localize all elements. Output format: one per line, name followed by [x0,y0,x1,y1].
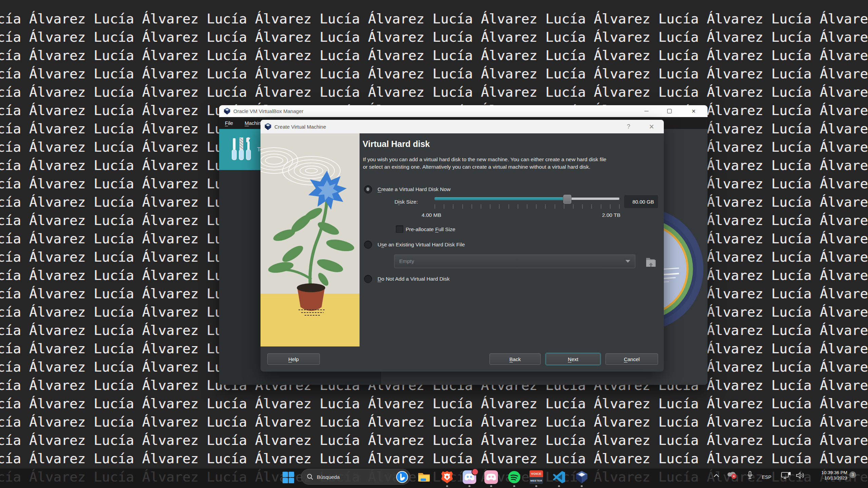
radio-existing-disk-label: Use an Existing Virtual Hard Disk File [378,242,465,248]
virtualbox-cube-icon [264,123,272,130]
folder-icon [645,256,657,268]
description-line2: or select an existing one. Alternatively… [363,164,590,170]
microphone-icon[interactable] [747,471,753,480]
discord-pink-icon[interactable] [484,470,498,484]
dialog-help-button[interactable]: ? [621,120,636,133]
running-indicator [513,485,515,487]
clock-time: 10:39:36 PM [807,470,847,475]
radio-no-disk-label: Do Not Add a Virtual Hard Disk [378,276,450,282]
running-indicator [581,485,583,487]
language-indicator[interactable]: ESP [762,474,771,480]
voicemeeter-top-label: VOICE [529,470,543,477]
clock-date: 10/13/2023 [807,475,847,481]
onedrive-error-icon[interactable]: ✕ [727,471,738,480]
disk-size-min: 4.00 MB [422,212,441,218]
running-indicator [558,485,560,487]
voicemeeter-icon[interactable]: VOICE MEETER [529,470,543,484]
running-indicator [490,485,492,487]
preallocate-checkbox[interactable] [396,225,403,233]
discord-notification-badge [471,468,479,475]
desktop: cía Álvarez Lucía Álvarez Lucía Álvarez … [0,0,868,488]
disk-size-max: 2.00 TB [591,212,620,218]
notification-count-badge[interactable]: 3 [849,471,856,478]
dialog-title: Create Virtual Machine [274,124,326,130]
create-vm-dialog: Create Virtual Machine ? ✕ [261,120,664,372]
disk-size-slider[interactable] [435,197,620,201]
virtualbox-icon[interactable] [575,470,589,484]
brave-icon[interactable] [440,470,454,484]
page-heading: Virtual Hard disk [363,139,430,149]
chevron-down-icon [625,260,630,263]
virtualbox-cube-icon [224,108,231,115]
radio-no-disk[interactable] [364,275,372,283]
spotify-icon[interactable] [507,470,521,484]
clock[interactable]: 10:39:36 PM 10/13/2023 [807,470,847,481]
menu-file[interactable]: File [219,117,239,129]
running-indicator [446,485,448,487]
minimize-button[interactable] [639,105,654,117]
search-box[interactable]: Búsqueda [301,469,410,485]
discord-icon[interactable] [463,470,476,484]
running-indicator [468,485,470,487]
disk-slider-handle[interactable] [563,194,572,204]
maximize-button[interactable] [661,105,677,117]
radio-create-disk[interactable] [364,185,372,193]
close-button[interactable]: ✕ [686,105,701,117]
combobox-value: Empty [399,258,625,264]
disk-size-value[interactable]: 80.00 GB [624,195,658,208]
file-explorer-icon[interactable] [417,470,431,484]
dialog-titlebar[interactable]: Create Virtual Machine ? ✕ [261,120,664,133]
radio-existing-disk[interactable] [364,241,372,249]
choose-disk-file-button[interactable] [644,255,658,269]
dialog-close-button[interactable]: ✕ [644,120,659,133]
radio-create-disk-label: Create a Virtual Hard Disk Now [378,186,450,192]
slider-ticks [435,204,620,209]
disk-size-label: Disk Size: [384,199,418,205]
manager-window-title: Oracle VM VirtualBox Manager [233,108,303,114]
tray-chevron-up-icon[interactable] [713,473,720,478]
search-placeholder: Búsqueda [317,474,396,480]
bing-icon[interactable] [396,471,408,483]
start-icon[interactable] [282,471,295,484]
cancel-button[interactable]: Cancel [605,353,658,365]
next-button[interactable]: Next [546,353,600,365]
existing-disk-combobox[interactable]: Empty [394,255,635,268]
running-indicator [535,485,537,487]
tools-icon [229,136,253,163]
slider-fill [435,197,567,200]
voicemeeter-bottom-label: MEETER [529,477,543,484]
vscode-icon[interactable] [552,470,566,484]
back-button[interactable]: Back [489,353,541,365]
help-button[interactable]: Help [267,353,320,365]
description-line1: If you wish you can add a virtual hard d… [363,156,606,163]
manager-titlebar[interactable]: Oracle VM VirtualBox Manager ✕ [219,105,708,117]
search-icon [307,473,313,480]
network-display-icon[interactable] [781,472,791,479]
flower-illustration [261,133,360,346]
volume-icon[interactable] [796,472,805,479]
preallocate-label: Pre-allocate Full Size [406,226,455,232]
